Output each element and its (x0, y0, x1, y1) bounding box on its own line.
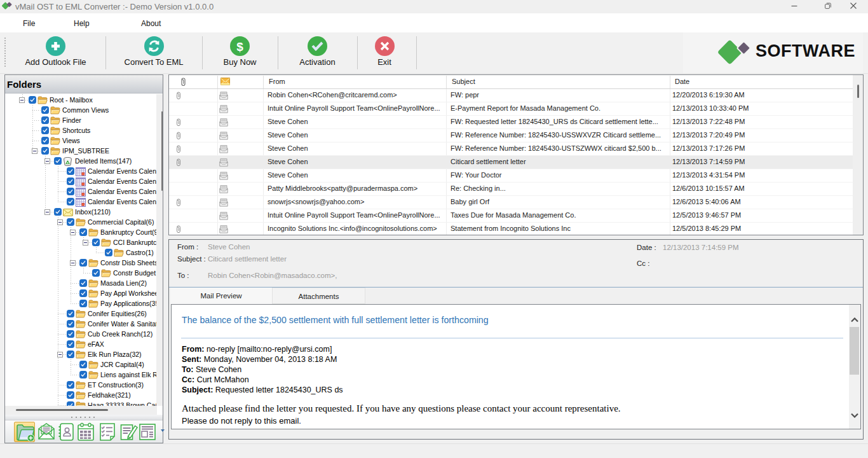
svg-text:$: $ (236, 40, 243, 53)
